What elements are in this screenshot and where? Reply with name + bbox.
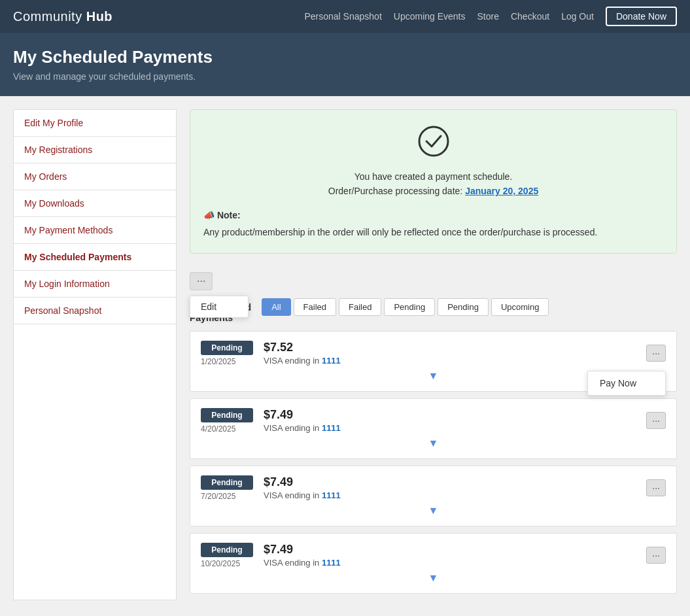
- sidebar-item-scheduled-payments[interactable]: My Scheduled Payments: [14, 244, 176, 271]
- info-box-text: You have created a payment schedule. Ord…: [203, 169, 663, 199]
- card-menu-btn-4[interactable]: ···: [646, 547, 666, 564]
- status-badge-4: Pending 10/20/2025: [201, 543, 253, 568]
- payment-info-3: $7.49 VISA ending in 1111: [264, 475, 636, 500]
- payment-card-info-2: VISA ending in 1111: [264, 423, 636, 433]
- payment-cards-list: Pending 1/20/2025 $7.52 VISA ending in 1…: [190, 331, 677, 594]
- pay-now-button-1[interactable]: Pay Now: [588, 371, 665, 395]
- page-subtitle: View and manage your scheduled payments.: [13, 71, 670, 82]
- filter-section: My Scheduled Payments All Failed Failed …: [190, 298, 677, 323]
- nav-personal-snapshot[interactable]: Personal Snapshot: [304, 11, 381, 22]
- sidebar-item-login-info[interactable]: My Login Information: [14, 271, 176, 298]
- donate-button[interactable]: Donate Now: [606, 7, 677, 26]
- processing-date: January 20, 2025: [465, 186, 538, 196]
- svg-point-0: [419, 127, 448, 156]
- filter-tab-failed-1[interactable]: Failed: [294, 298, 336, 316]
- payment-amount-4: $7.49: [264, 543, 636, 556]
- layout: Edit My Profile My Registrations My Orde…: [0, 96, 690, 613]
- filter-tab-pending-2[interactable]: Pending: [438, 298, 489, 316]
- edit-menu-item[interactable]: Edit: [190, 296, 248, 317]
- card-last4-4: 1111: [322, 558, 341, 568]
- ellipsis-button[interactable]: ···: [190, 272, 213, 290]
- payment-amount-3: $7.49: [264, 475, 636, 489]
- status-badge-2: Pending 4/20/2025: [201, 408, 253, 434]
- payment-info-2: $7.49 VISA ending in 1111: [264, 408, 636, 433]
- card-last4-3: 1111: [322, 490, 341, 500]
- payment-card-4: Pending 10/20/2025 $7.49 VISA ending in …: [190, 533, 677, 594]
- filter-tab-upcoming[interactable]: Upcoming: [491, 298, 549, 316]
- navbar: Community Hub Personal Snapshot Upcoming…: [0, 0, 690, 33]
- ellipsis-dropdown-container: ··· Edit: [190, 272, 213, 290]
- filter-tab-all[interactable]: All: [262, 298, 290, 316]
- payment-info-4: $7.49 VISA ending in 1111: [264, 543, 636, 568]
- page-title: My Scheduled Payments: [13, 47, 670, 67]
- payment-amount-2: $7.49: [264, 408, 636, 422]
- expand-arrow-4[interactable]: ▼: [201, 572, 666, 584]
- brand: Community Hub: [13, 9, 112, 24]
- filter-tab-pending-1[interactable]: Pending: [384, 298, 435, 316]
- card-menu-btn-2[interactable]: ···: [646, 412, 666, 429]
- status-badge-1: Pending 1/20/2025: [201, 341, 253, 366]
- main-content: You have created a payment schedule. Ord…: [190, 109, 677, 600]
- info-message-line2: Order/Purchase processing date: January …: [203, 184, 663, 198]
- payment-card-1: Pending 1/20/2025 $7.52 VISA ending in 1…: [190, 331, 677, 392]
- nav-checkout[interactable]: Checkout: [511, 11, 549, 22]
- card-last4-2: 1111: [322, 423, 341, 433]
- sidebar-item-edit-profile[interactable]: Edit My Profile: [14, 110, 176, 137]
- payment-info-1: $7.52 VISA ending in 1111: [264, 341, 636, 366]
- nav-store[interactable]: Store: [477, 11, 499, 22]
- sidebar-item-personal-snapshot[interactable]: Personal Snapshot: [14, 298, 176, 324]
- filter-tabs: All Failed Failed Pending Pending Upcomi…: [262, 298, 549, 316]
- status-badge-3: Pending 7/20/2025: [201, 475, 253, 501]
- sidebar-item-orders[interactable]: My Orders: [14, 163, 176, 190]
- info-message-line1: You have created a payment schedule.: [203, 169, 663, 184]
- card-last4-1: 1111: [322, 356, 341, 366]
- info-box-note: 📣 Note: Any product/membership in the or…: [203, 208, 663, 240]
- payment-card-2: Pending 4/20/2025 $7.49 VISA ending in 1…: [190, 398, 677, 459]
- nav-logout[interactable]: Log Out: [561, 11, 594, 22]
- check-icon: [203, 126, 663, 163]
- filter-tab-failed-2[interactable]: Failed: [339, 298, 381, 316]
- sidebar-item-registrations[interactable]: My Registrations: [14, 137, 176, 163]
- card-menu-container-1: ··· Pay Now: [646, 345, 666, 362]
- sidebar-item-downloads[interactable]: My Downloads: [14, 190, 176, 217]
- payment-card-1-row: Pending 1/20/2025 $7.52 VISA ending in 1…: [201, 341, 666, 366]
- payment-card-info-3: VISA ending in 1111: [264, 490, 636, 500]
- edit-dropdown-menu: Edit: [190, 296, 249, 318]
- payment-card-info-4: VISA ending in 1111: [264, 558, 636, 568]
- card-menu-btn-1[interactable]: ···: [646, 345, 666, 362]
- payment-card-2-row: Pending 4/20/2025 $7.49 VISA ending in 1…: [201, 408, 666, 434]
- expand-arrow-2[interactable]: ▼: [201, 437, 666, 449]
- pay-now-popup-1: Pay Now: [587, 371, 666, 396]
- nav-upcoming-events[interactable]: Upcoming Events: [394, 11, 466, 22]
- payment-card-info-1: VISA ending in 1111: [264, 356, 636, 366]
- expand-arrow-3[interactable]: ▼: [201, 505, 666, 517]
- page-header: My Scheduled Payments View and manage yo…: [0, 33, 690, 96]
- payment-card-3: Pending 7/20/2025 $7.49 VISA ending in 1…: [190, 466, 677, 526]
- navbar-links: Personal Snapshot Upcoming Events Store …: [304, 7, 677, 26]
- payment-card-3-row: Pending 7/20/2025 $7.49 VISA ending in 1…: [201, 475, 666, 501]
- sidebar: Edit My Profile My Registrations My Orde…: [13, 109, 177, 600]
- payment-card-4-row: Pending 10/20/2025 $7.49 VISA ending in …: [201, 543, 666, 568]
- card-menu-btn-3[interactable]: ···: [646, 479, 666, 496]
- sidebar-item-payment-methods[interactable]: My Payment Methods: [14, 217, 176, 244]
- payment-amount-1: $7.52: [264, 341, 636, 354]
- info-box: You have created a payment schedule. Ord…: [190, 109, 677, 254]
